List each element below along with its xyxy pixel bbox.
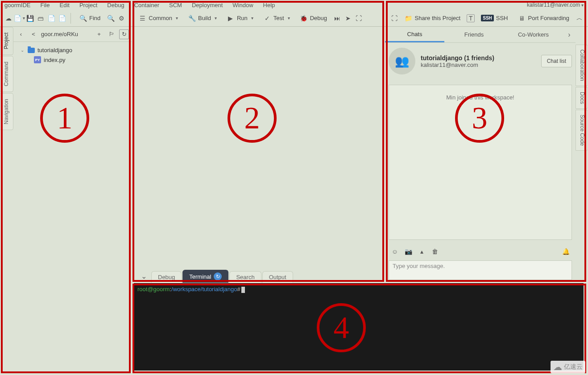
tree-folder[interactable]: ⌄ tutorialdjango [16, 45, 129, 55]
play-icon: ▶ [227, 14, 235, 22]
menu-bar: goormIDE File Edit Project Debug Contain… [0, 0, 588, 10]
common-dropdown[interactable]: ☰Common [135, 12, 182, 24]
chat-room-name: tutorialdjango (1 friends) [421, 54, 536, 62]
step-icon[interactable]: ⏭ [333, 14, 341, 22]
save-all-icon[interactable]: 🗃 [37, 14, 45, 22]
cloud-logo-icon: ☁ [553, 362, 562, 372]
share-icon: 📁 [405, 14, 413, 22]
tab-friends[interactable]: Friends [444, 27, 504, 42]
share-project-button[interactable]: 📁Share this Project [401, 12, 464, 24]
tab-search[interactable]: Search [229, 271, 261, 283]
folder-icon [28, 48, 35, 53]
menu-container[interactable]: Container [134, 2, 159, 8]
terminal-prompt: # [237, 286, 240, 293]
text-icon[interactable]: T [467, 14, 475, 22]
app-name: goormIDE [4, 2, 31, 8]
save-icon[interactable]: 💾 [26, 14, 34, 22]
panel-chevron-icon[interactable]: ⌄ [137, 270, 150, 283]
folder-name: tutorialdjango [37, 47, 72, 54]
chevron-down-icon: ⌄ [21, 48, 25, 53]
doc2-icon[interactable]: 📄 [58, 14, 66, 22]
menu-debug[interactable]: Debug [107, 2, 124, 8]
project-url: goor.me/oRKu [41, 31, 91, 37]
add-icon[interactable]: + [94, 29, 104, 39]
menu-window[interactable]: Window [232, 2, 253, 8]
run-dropdown[interactable]: ▶Run [223, 12, 257, 24]
port-forwarding-button[interactable]: 🖥Port Forwarding [514, 12, 573, 24]
sidebar-tab-command[interactable]: Command [0, 56, 13, 92]
tab-terminal[interactable]: Terminal↻ [182, 270, 228, 283]
user-menu[interactable]: kalistar11@naver.com [527, 2, 584, 8]
side-tab-docs[interactable]: Docs [576, 87, 588, 109]
debug-button[interactable]: 🐞Debug [296, 12, 331, 24]
project-url-bar: ‹ < goor.me/oRKu + 🏳 ↻ [13, 27, 132, 42]
menu-file[interactable]: File [41, 2, 50, 8]
chat-toolbar: ☺ 📷 ▴ 🗑 🔔 [389, 244, 572, 259]
tab-debug[interactable]: Debug [151, 271, 182, 283]
tab-output[interactable]: Output [262, 271, 293, 283]
watermark-text: 亿速云 [564, 363, 583, 371]
check-icon: ✓ [263, 14, 271, 22]
tab-coworkers[interactable]: Co-Workers [504, 27, 563, 42]
editor-pane [132, 27, 385, 284]
list-icon: ☰ [138, 14, 146, 22]
sidebar-tab-project[interactable]: Project [0, 27, 13, 55]
terminal[interactable]: root@goorm:/workspace/tutorialdjango# [134, 283, 584, 371]
doc-icon[interactable]: 📄 [47, 14, 55, 22]
side-tab-collaboration[interactable]: Collaboration [576, 45, 588, 86]
terminal-cursor [241, 287, 245, 293]
expand-icon[interactable]: ⛶ [355, 14, 363, 22]
send-icon[interactable]: ➤ [344, 14, 352, 22]
new-file-icon[interactable]: 📄 [15, 14, 23, 22]
python-file-icon: PY [34, 56, 41, 63]
replace-icon[interactable]: 🔍 [107, 14, 115, 22]
chat-messages: Min joined this workspace! [389, 85, 572, 240]
file-name: index.py [44, 57, 65, 63]
cloud-icon[interactable]: ☁ [4, 14, 12, 22]
trash-icon[interactable]: 🗑 [431, 247, 439, 256]
bug-icon: 🐞 [300, 14, 308, 22]
fullscreen-icon[interactable]: ⛶ [390, 14, 398, 22]
bottom-tabs: ⌄ Debug Terminal↻ Search Output [134, 269, 588, 283]
chat-room-email: kalistar11@naver.com [421, 62, 536, 68]
chat-status-message: Min joined this workspace! [446, 94, 514, 101]
watermark: ☁ 亿速云 [551, 361, 585, 373]
toolbar: ☁ 📄 💾 🗃 📄 📄 🔍Find 🔍 ⚙ ☰Common 🔧Build ▶Ru… [0, 10, 588, 27]
chat-tabs: Chats Friends Co-Workers › [385, 27, 576, 43]
chat-list-button[interactable]: Chat list [541, 55, 572, 67]
monitor-icon: 🖥 [518, 14, 526, 22]
chevron-up-icon[interactable]: ︿ [576, 14, 584, 22]
terminal-path: /workspace/tutorialdjango [171, 286, 237, 293]
tree-file[interactable]: PY index.py [16, 55, 129, 65]
ssh-badge-icon: SSH [481, 15, 494, 21]
chat-next-icon[interactable]: › [563, 27, 576, 42]
terminal-user: root@goorm [137, 286, 170, 293]
sidebar-tab-navigation[interactable]: Navigation [0, 93, 13, 130]
test-dropdown[interactable]: ✓Test [260, 12, 294, 24]
menu-help[interactable]: Help [263, 2, 275, 8]
refresh-icon[interactable]: ↻ [119, 29, 129, 39]
collaboration-pane: Chats Friends Co-Workers › 👥 tutorialdja… [385, 27, 588, 284]
emoji-icon[interactable]: ☺ [390, 247, 399, 256]
attach-file-icon[interactable]: 📷 [404, 247, 413, 256]
bell-icon[interactable]: 🔔 [561, 247, 570, 256]
side-tab-source-code[interactable]: Source Code [576, 110, 588, 151]
ssh-button[interactable]: SSHSSH [477, 13, 511, 23]
build-dropdown[interactable]: 🔧Build [184, 12, 220, 24]
menu-deployment[interactable]: Deployment [192, 2, 223, 8]
caret-up-icon[interactable]: ▴ [417, 247, 426, 256]
menu-scm[interactable]: SCM [169, 2, 182, 8]
terminal-sync-icon: ↻ [214, 272, 222, 280]
file-tree: ⌄ tutorialdjango PY index.py [13, 42, 132, 68]
collapse-icon[interactable]: ‹ [16, 29, 26, 39]
menu-project[interactable]: Project [79, 2, 97, 8]
project-pane: Project Command Navigation ‹ < goor.me/o… [0, 27, 132, 375]
search-icon: 🔍 [79, 14, 87, 22]
find-button[interactable]: 🔍Find [75, 12, 104, 24]
folder-flag-icon[interactable]: 🏳 [107, 29, 116, 39]
share-url-icon[interactable]: < [29, 29, 38, 39]
settings-icon[interactable]: ⚙ [117, 14, 125, 22]
menu-edit[interactable]: Edit [59, 2, 69, 8]
tab-chats[interactable]: Chats [385, 27, 444, 42]
chat-header: 👥 tutorialdjango (1 friends) kalistar11@… [389, 45, 572, 77]
